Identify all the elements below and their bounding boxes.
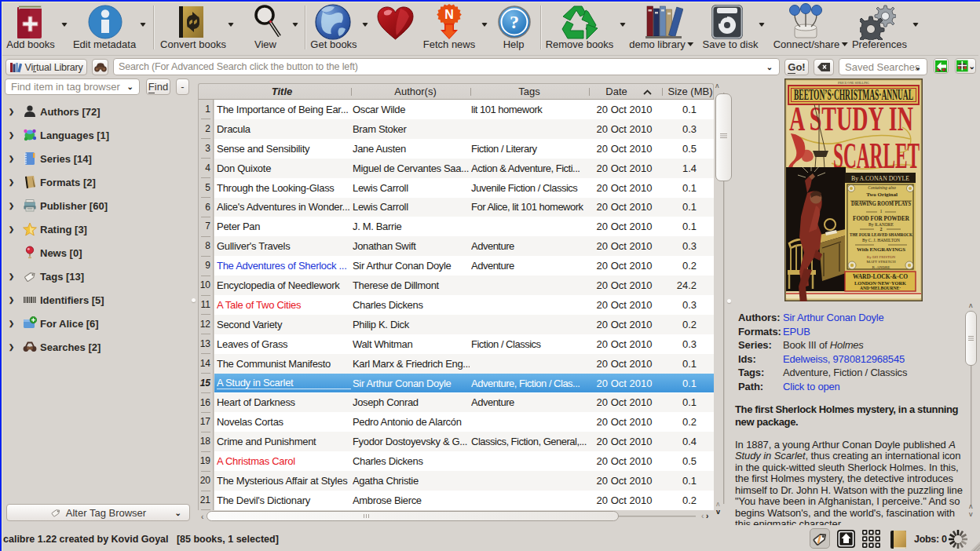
- svg-text:PRICE ONE SHILLING: PRICE ONE SHILLING: [838, 81, 869, 85]
- svg-text:FOOD FOR POWDER: FOOD FOR POWDER: [853, 214, 910, 222]
- svg-text:SCARLET: SCARLET: [833, 136, 920, 177]
- svg-text:MATT STRETCH: MATT STRETCH: [867, 260, 896, 264]
- svg-text:THE FOUR LEAVED SHAMROCK: THE FOUR LEAVED SHAMROCK: [850, 232, 912, 237]
- svg-text:1: 1: [880, 209, 883, 213]
- svg-text:By DH FRISTON: By DH FRISTON: [867, 255, 896, 259]
- svg-text:R. ANDRE: R. ANDRE: [872, 265, 890, 269]
- svg-text:Containing also: Containing also: [868, 185, 896, 190]
- svg-text:Two Original: Two Original: [866, 192, 898, 198]
- svg-text:A STUDY IN: A STUDY IN: [789, 100, 913, 138]
- svg-text:With ENGRAVINGS: With ENGRAVINGS: [857, 246, 905, 253]
- svg-text:WARD·LOCK·&·CO: WARD·LOCK·&·CO: [853, 273, 908, 280]
- svg-text:?: ?: [510, 12, 519, 32]
- svg-text:2: 2: [880, 227, 883, 232]
- svg-text:AND·MELBOURNE·: AND·MELBOURNE·: [860, 286, 901, 290]
- svg-text:N: N: [444, 8, 454, 21]
- svg-text:By A.CONAN DOYLE: By A.CONAN DOYLE: [851, 175, 909, 182]
- svg-text:LONDON·NEW·YORK: LONDON·NEW·YORK: [854, 281, 906, 286]
- svg-text:By C. J. HAMILTON: By C. J. HAMILTON: [862, 238, 900, 243]
